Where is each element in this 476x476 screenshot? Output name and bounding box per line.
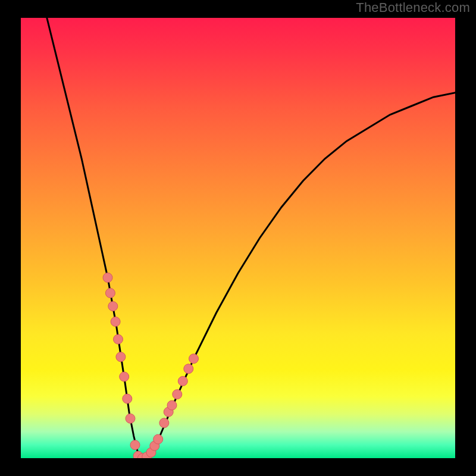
data-point-marker xyxy=(167,400,177,410)
data-point-marker xyxy=(105,289,115,298)
data-point-marker xyxy=(116,352,126,362)
bottleneck-curve xyxy=(47,18,455,458)
data-point-marker xyxy=(159,418,169,428)
data-point-marker xyxy=(189,354,199,364)
data-point-marker xyxy=(184,364,193,374)
chart-container: TheBottleneck.com xyxy=(0,0,476,476)
data-point-marker xyxy=(130,440,140,450)
data-point-marker xyxy=(154,434,163,444)
data-point-marker xyxy=(126,414,135,423)
data-point-marker xyxy=(103,273,112,283)
data-point-marker xyxy=(108,302,118,311)
data-point-marker xyxy=(123,394,132,403)
data-point-marker xyxy=(111,317,120,327)
watermark-text: TheBottleneck.com xyxy=(356,0,470,15)
data-point-marker xyxy=(120,372,129,381)
plot-area xyxy=(21,18,455,458)
data-point-marker xyxy=(114,334,123,344)
data-point-marker xyxy=(178,377,187,386)
data-point-marker xyxy=(173,390,182,399)
curve-svg xyxy=(21,18,455,458)
